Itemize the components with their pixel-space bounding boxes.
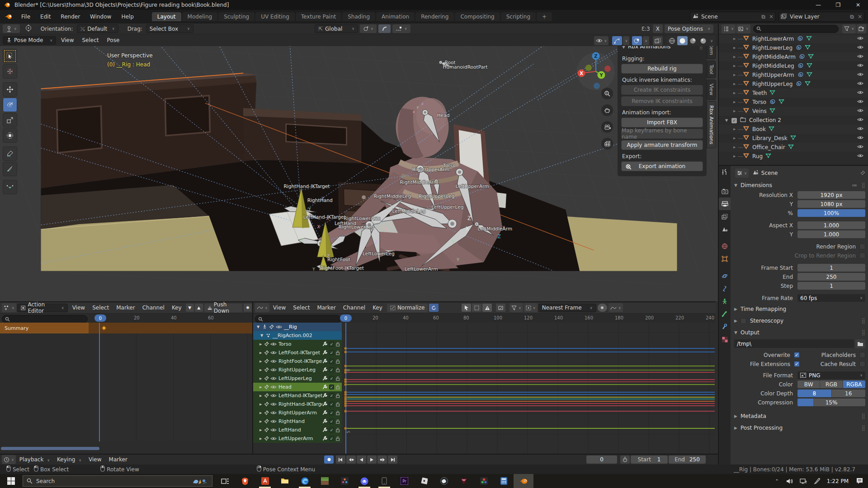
- move-action-up-button[interactable]: ▲: [195, 304, 203, 312]
- dope-menu-select[interactable]: Select: [89, 305, 113, 311]
- dope-hscrollbar[interactable]: [1, 447, 99, 450]
- pose-options-dropdown[interactable]: Pose Options∨: [665, 24, 713, 33]
- outliner-row[interactable]: ▶Teeth: [719, 89, 868, 98]
- properties-tab-object-tab[interactable]: [719, 253, 731, 265]
- shading-rendered-button[interactable]: [698, 36, 708, 45]
- restore-button[interactable]: ❐: [828, 0, 848, 10]
- tray-expand-icon[interactable]: ⌃: [775, 479, 778, 483]
- jump-start-button[interactable]: [336, 455, 345, 464]
- aspect-x-field[interactable]: 1.000: [797, 221, 865, 229]
- editor-type-dropdown[interactable]: ∨: [2, 303, 16, 312]
- next-keyframe-button[interactable]: [377, 455, 387, 464]
- tray-clock[interactable]: 1:22 PM: [827, 478, 849, 484]
- graph-menu-select[interactable]: Select: [289, 305, 313, 311]
- outliner-row[interactable]: ▶RightUpperArm: [719, 70, 868, 80]
- dope-menu-view[interactable]: View: [69, 305, 89, 311]
- navigation-gizmo[interactable]: Z X Y: [575, 51, 617, 92]
- pen-icon[interactable]: [814, 478, 821, 484]
- vanguard-icon[interactable]: [454, 474, 474, 488]
- box-select-icon[interactable]: [472, 304, 481, 312]
- frame-start-field-timeline[interactable]: Start1: [631, 455, 668, 464]
- notification-icon[interactable]: [856, 478, 863, 484]
- proportional-falloff-dropdown[interactable]: ∨: [392, 24, 410, 33]
- frame-step-field[interactable]: 1: [797, 282, 865, 290]
- menu-file[interactable]: File: [16, 14, 35, 20]
- blender-icon[interactable]: [514, 474, 533, 488]
- only-show-errors-icon[interactable]: [482, 304, 492, 312]
- graph-menu-view[interactable]: View: [269, 305, 289, 311]
- resolution-percent-slider[interactable]: 100%: [797, 209, 865, 217]
- scene-selector[interactable]: Scene⧉✕: [690, 12, 776, 22]
- pan-button[interactable]: [601, 104, 613, 116]
- pin-icon[interactable]: [860, 170, 865, 176]
- resolution-x-field[interactable]: 1920 px: [797, 191, 865, 199]
- frame-rate-dropdown[interactable]: 60 fps∨: [797, 294, 865, 302]
- play-reverse-button[interactable]: [357, 455, 366, 464]
- properties-tab-bone-constraint-tab[interactable]: [719, 320, 731, 333]
- menu-window[interactable]: Window: [85, 14, 116, 20]
- viewport-menu-pose[interactable]: Pose: [103, 37, 124, 43]
- properties-tab-particles-tab[interactable]: [719, 282, 731, 295]
- discord-icon[interactable]: [354, 474, 374, 488]
- channel-leftupperleg[interactable]: ▶LeftUpperLeg✓: [253, 374, 342, 383]
- graph-current-frame-pill[interactable]: 0: [340, 314, 352, 322]
- channel-rightfoot-iktarget[interactable]: ▶RightFoot-IKTarget✓: [253, 357, 342, 366]
- orientation-dropdown[interactable]: ⤯Default∨: [77, 24, 118, 33]
- outliner-row[interactable]: ▶Book: [719, 125, 868, 134]
- stash-button[interactable]: ✱: [244, 304, 252, 312]
- normalize-refresh-button[interactable]: [429, 304, 439, 312]
- graph-proportional-dropdown[interactable]: ∨: [524, 303, 538, 312]
- rbx-button-apply-armature-transform[interactable]: Apply armature transform: [621, 140, 703, 150]
- workspace-tab-texture-paint[interactable]: Texture Paint: [296, 12, 341, 21]
- overwrite-checkbox[interactable]: ✓: [794, 352, 800, 358]
- outliner-row[interactable]: ▶RightMiddleLeg: [719, 61, 868, 70]
- xray-toggle[interactable]: [653, 36, 663, 45]
- play-button[interactable]: [367, 455, 377, 464]
- volume-icon[interactable]: [786, 478, 793, 484]
- breakdowner-tool[interactable]: [3, 180, 17, 194]
- output-path-field[interactable]: /tmp\: [734, 339, 854, 348]
- push-down-button[interactable]: Push Down: [204, 304, 242, 312]
- file-format-dropdown[interactable]: PNG∨: [797, 371, 865, 379]
- properties-tab-texture-tab[interactable]: [719, 333, 731, 346]
- outliner-row[interactable]: ▶Veins: [719, 107, 868, 116]
- properties-tab-view-layer-tab[interactable]: [719, 210, 731, 223]
- post-processing-section[interactable]: ▶Post Processing⣿: [734, 423, 865, 433]
- red-app-icon[interactable]: [255, 474, 275, 488]
- properties-tab-output-tab[interactable]: [719, 197, 731, 210]
- proportional-editing-icon[interactable]: [378, 24, 391, 33]
- dope-search[interactable]: [2, 315, 88, 323]
- x-mirror-button[interactable]: X: [653, 24, 663, 33]
- frame-end-field[interactable]: 250: [797, 273, 865, 281]
- overlays-toggle[interactable]: [632, 36, 642, 45]
- prev-keyframe-button[interactable]: [346, 455, 356, 464]
- frame-end-field-timeline[interactable]: End250: [669, 455, 706, 464]
- keying-circle-icon[interactable]: [598, 304, 607, 312]
- mode-dropdown[interactable]: Pose Mode∨: [3, 36, 56, 45]
- new-collection-button[interactable]: [857, 24, 866, 33]
- workspace-tab-scripting[interactable]: Scripting: [501, 12, 536, 21]
- rotate-tool[interactable]: [3, 98, 17, 112]
- add-workspace-button[interactable]: +: [537, 12, 552, 21]
- close-button[interactable]: ✕: [848, 0, 868, 10]
- sidebar-tab-rbx-animations[interactable]: Rbx Animations: [707, 101, 716, 148]
- filter-type-dropdown[interactable]: ∨: [736, 24, 750, 33]
- channel-head[interactable]: ▶Head✓: [253, 383, 342, 391]
- channel-leftupperarm[interactable]: ▶LeftUpperArm✓: [253, 434, 342, 443]
- annotate-tool[interactable]: [3, 146, 17, 161]
- graph-menu-marker[interactable]: Marker: [313, 305, 339, 311]
- properties-tab-armature-data-tab[interactable]: [719, 295, 731, 308]
- channel-lefthand-iktarget[interactable]: ▶LeftHand-IKTarget✓: [253, 391, 342, 400]
- channel-righthand[interactable]: ▶RightHand✓: [253, 417, 342, 426]
- object-visibility-dropdown[interactable]: ∨: [594, 36, 609, 45]
- channel-rightupperleg[interactable]: ▶RightUpperLeg✓: [253, 366, 342, 374]
- channel-lefthand[interactable]: ▶LeftHand✓: [253, 426, 342, 434]
- menu-help[interactable]: Help: [116, 14, 138, 20]
- properties-filter-dropdown[interactable]: ∨: [735, 169, 749, 178]
- graph-editor-type-dropdown[interactable]: ∨: [255, 303, 269, 312]
- premiere-icon[interactable]: Pr: [394, 474, 414, 488]
- brave-icon[interactable]: [235, 474, 255, 488]
- properties-tab-world-tab[interactable]: [719, 240, 731, 253]
- workspace-tab-modeling[interactable]: Modeling: [182, 12, 218, 21]
- taskbar-search[interactable]: Search: [23, 475, 212, 487]
